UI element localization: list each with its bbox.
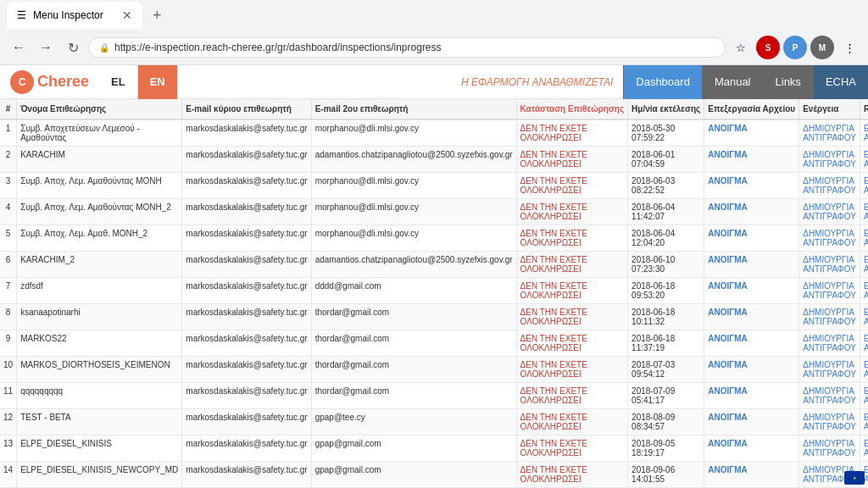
cell-report[interactable]: ΕΠΙΛΟΓΗ ΑΝΑΦΟΡΑΣ [860,173,868,199]
cell-report[interactable]: ΕΠΙΛΟΓΗ ΑΝΑΦΟΡΑΣ [860,330,868,357]
forward-button[interactable]: → [34,36,58,59]
create-copy-sub-button[interactable]: ΑΝΤΙΓΡΑΦΟΥ [803,133,856,142]
cell-action[interactable]: ΑΝΟΙΓΜΑ [704,278,799,304]
nav-echa[interactable]: ECHA [813,65,868,99]
select-report-sub-button[interactable]: ΑΝΑΦΟΡΑΣ [864,422,868,431]
cell-report[interactable]: ΕΠΙΛΟΓΗ ΑΝΑΦΟΡΑΣ [860,409,868,435]
cell-report[interactable]: ΕΠΙΛΟΓΗ ΑΝΑΦΟΡΑΣ [860,199,868,225]
open-button[interactable]: ΑΝΟΙΓΜΑ [708,255,748,264]
create-copy-sub-button[interactable]: ΑΝΤΙΓΡΑΦΟΥ [803,422,856,431]
select-report-sub-button[interactable]: ΑΝΑΦΟΡΑΣ [864,186,868,195]
select-report-sub-button[interactable]: ΑΝΑΦΟΡΑΣ [864,238,868,247]
refresh-button[interactable]: ↻ [61,36,85,59]
cell-energy[interactable]: ΔΗΜΙΟΥΡΓΙΑ ΑΝΤΙΓΡΑΦΟΥ [799,409,860,435]
select-report-sub-button[interactable]: ΑΝΑΦΟΡΑΣ [864,396,868,405]
select-report-sub-button[interactable]: ΑΝΑΦΟΡΑΣ [864,133,868,142]
create-copy-button[interactable]: ΔΗΜΙΟΥΡΓΙΑ [803,124,856,133]
cell-report[interactable]: ΕΠΙΛΟΓΗ ΑΝΑΦΟΡΑΣ [860,147,868,173]
select-report-sub-button[interactable]: ΑΝΑΦΟΡΑΣ [864,291,868,300]
create-copy-button[interactable]: ΔΗΜΙΟΥΡΓΙΑ [803,308,856,317]
cell-report[interactable]: ΕΠΙΛΟΓΗ ΑΝΑΦΟΡΑΣ [860,119,868,147]
cell-energy[interactable]: ΔΗΜΙΟΥΡΓΙΑ ΑΝΤΙΓΡΑΦΟΥ [799,147,860,173]
create-copy-sub-button[interactable]: ΑΝΤΙΓΡΑΦΟΥ [803,186,856,195]
create-copy-button[interactable]: ΔΗΜΙΟΥΡΓΙΑ [803,229,856,238]
select-report-button[interactable]: ΕΠΙΛΟΓΗ [864,439,868,448]
cell-action[interactable]: ΑΝΟΙΓΜΑ [704,462,799,488]
create-copy-sub-button[interactable]: ΑΝΤΙΓΡΑΦΟΥ [803,212,856,221]
select-report-button[interactable]: ΕΠΙΛΟΓΗ [864,150,868,159]
cell-energy[interactable]: ΔΗΜΙΟΥΡΓΙΑ ΑΝΤΙΓΡΑΦΟΥ [799,119,860,147]
select-report-sub-button[interactable]: ΑΝΑΦΟΡΑΣ [864,343,868,352]
create-copy-sub-button[interactable]: ΑΝΤΙΓΡΑΦΟΥ [803,343,856,352]
profile-button[interactable]: M [810,36,834,59]
cell-action[interactable]: ΑΝΟΙΓΜΑ [704,252,799,278]
open-button[interactable]: ΑΝΟΙΓΜΑ [708,386,748,396]
cell-action[interactable]: ΑΝΟΙΓΜΑ [704,199,799,225]
create-copy-sub-button[interactable]: ΑΝΤΙΓΡΑΦΟΥ [803,159,856,169]
open-button[interactable]: ΑΝΟΙΓΜΑ [708,360,748,369]
select-report-button[interactable]: ΕΠΙΛΟΓΗ [864,255,868,264]
lang-tab-en[interactable]: EN [138,65,178,99]
create-copy-button[interactable]: ΔΗΜΙΟΥΡΓΙΑ [803,413,856,422]
select-report-button[interactable]: ΕΠΙΛΟΓΗ [864,308,868,317]
open-button[interactable]: ΑΝΟΙΓΜΑ [708,150,748,159]
open-button[interactable]: ΑΝΟΙΓΜΑ [708,334,748,343]
cell-report[interactable]: ΕΠΙΛΟΓΗ ΑΝΑΦΟΡΑΣ [860,225,868,252]
select-report-button[interactable]: ΕΠΙΛΟΓΗ [864,176,868,186]
cell-action[interactable]: ΑΝΟΙΓΜΑ [704,409,799,435]
back-button[interactable]: ← [7,36,31,59]
create-copy-button[interactable]: ΔΗΜΙΟΥΡΓΙΑ [803,255,856,264]
cell-energy[interactable]: ΔΗΜΙΟΥΡΓΙΑ ΑΝΤΙΓΡΑΦΟΥ [799,173,860,199]
select-report-button[interactable]: ΕΠΙΛΟΓΗ [864,229,868,238]
create-copy-button[interactable]: ΔΗΜΙΟΥΡΓΙΑ [803,334,856,343]
cell-energy[interactable]: ΔΗΜΙΟΥΡΓΙΑ ΑΝΤΙΓΡΑΦΟΥ [799,199,860,225]
open-button[interactable]: ΑΝΟΙΓΜΑ [708,439,748,448]
create-copy-sub-button[interactable]: ΑΝΤΙΓΡΑΦΟΥ [803,264,856,274]
extensions-button[interactable]: P [783,36,807,59]
open-button[interactable]: ΑΝΟΙΓΜΑ [708,281,748,291]
select-report-sub-button[interactable]: ΑΝΑΦΟΡΑΣ [864,369,868,379]
cell-action[interactable]: ΑΝΟΙΓΜΑ [704,173,799,199]
create-copy-button[interactable]: ΔΗΜΙΟΥΡΓΙΑ [803,176,856,186]
create-copy-button[interactable]: ΔΗΜΙΟΥΡΓΙΑ [803,150,856,159]
bookmark-button[interactable]: ☆ [729,36,753,59]
select-report-sub-button[interactable]: ΑΝΑΦΟΡΑΣ [864,317,868,326]
cell-action[interactable]: ΑΝΟΙΓΜΑ [704,357,799,383]
open-button[interactable]: ΑΝΟΙΓΜΑ [708,413,748,422]
create-copy-sub-button[interactable]: ΑΝΤΙΓΡΑΦΟΥ [803,291,856,300]
cell-energy[interactable]: ΔΗΜΙΟΥΡΓΙΑ ΑΝΤΙΓΡΑΦΟΥ [799,304,860,330]
create-copy-button[interactable]: ΔΗΜΙΟΥΡΓΙΑ [803,360,856,369]
active-tab[interactable]: ☰ Menu Inspector ✕ [7,2,142,29]
create-copy-sub-button[interactable]: ΑΝΤΙΓΡΑΦΟΥ [803,317,856,326]
menu-button[interactable]: ⋮ [837,36,861,59]
cell-energy[interactable]: ΔΗΜΙΟΥΡΓΙΑ ΑΝΤΙΓΡΑΦΟΥ [799,330,860,357]
nav-links[interactable]: Links [763,65,813,99]
cell-action[interactable]: ΑΝΟΙΓΜΑ [704,435,799,462]
cell-energy[interactable]: ΔΗΜΙΟΥΡΓΙΑ ΑΝΤΙΓΡΑΦΟΥ [799,357,860,383]
cell-energy[interactable]: ΔΗΜΙΟΥΡΓΙΑ ΑΝΤΙΓΡΑΦΟΥ [799,435,860,462]
select-report-sub-button[interactable]: ΑΝΑΦΟΡΑΣ [864,159,868,169]
cell-report[interactable]: ΕΠΙΛΟΓΗ ΑΝΑΦΟΡΑΣ [860,435,868,462]
address-bar[interactable]: 🔒 https://e-inspection.reach-cheree.gr/g… [88,37,726,58]
open-button[interactable]: ΑΝΟΙΓΜΑ [708,202,748,212]
create-copy-button[interactable]: ΔΗΜΙΟΥΡΓΙΑ [803,202,856,212]
open-button[interactable]: ΑΝΟΙΓΜΑ [708,124,748,133]
inspections-table-container[interactable]: # Όνομα Επιθεώρησης E-mail κύριου επιθεω… [0,99,868,488]
open-button[interactable]: ΑΝΟΙΓΜΑ [708,229,748,238]
cell-energy[interactable]: ΔΗΜΙΟΥΡΓΙΑ ΑΝΤΙΓΡΑΦΟΥ [799,225,860,252]
select-report-sub-button[interactable]: ΑΝΑΦΟΡΑΣ [864,212,868,221]
new-tab-button[interactable]: + [146,3,169,28]
cell-action[interactable]: ΑΝΟΙΓΜΑ [704,383,799,409]
cell-action[interactable]: ΑΝΟΙΓΜΑ [704,225,799,252]
tab-close-button[interactable]: ✕ [122,8,132,22]
open-button[interactable]: ΑΝΟΙΓΜΑ [708,308,748,317]
cell-action[interactable]: ΑΝΟΙΓΜΑ [704,147,799,173]
select-report-button[interactable]: ΕΠΙΛΟΓΗ [864,202,868,212]
cell-report[interactable]: ΕΠΙΛΟΓΗ ΑΝΑΦΟΡΑΣ [860,383,868,409]
select-report-sub-button[interactable]: ΑΝΑΦΟΡΑΣ [864,264,868,274]
select-report-button[interactable]: ΕΠΙΛΟΓΗ [864,334,868,343]
cell-action[interactable]: ΑΝΟΙΓΜΑ [704,304,799,330]
open-button[interactable]: ΑΝΟΙΓΜΑ [708,465,748,474]
cell-energy[interactable]: ΔΗΜΙΟΥΡΓΙΑ ΑΝΤΙΓΡΑΦΟΥ [799,383,860,409]
create-copy-button[interactable]: ΔΗΜΙΟΥΡΓΙΑ [803,386,856,396]
